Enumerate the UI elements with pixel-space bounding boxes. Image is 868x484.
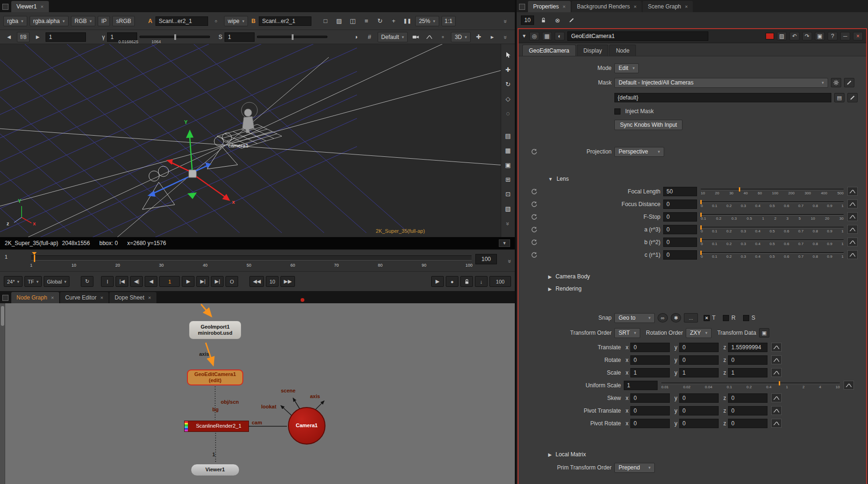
curve-button[interactable]: [771, 393, 782, 402]
snap-dropdown[interactable]: Geo to▾: [614, 313, 655, 323]
gain-value-field[interactable]: 1: [46, 32, 86, 42]
lock-range-button[interactable]: [460, 276, 473, 287]
mode-dropdown[interactable]: Edit▾: [614, 63, 639, 73]
animation-menu-icon[interactable]: [531, 214, 537, 220]
gizmo-mode-icon[interactable]: ✚: [473, 32, 484, 42]
max-panels-field[interactable]: 10: [521, 15, 534, 25]
viewer-mode-dropdown[interactable]: 3D▾: [451, 32, 471, 42]
gain-next-icon[interactable]: ▶: [32, 32, 43, 42]
format-overlay-icon[interactable]: □: [320, 16, 331, 26]
jump-back-button[interactable]: ◀◀: [249, 276, 264, 287]
loop-mode-button[interactable]: ↻: [81, 276, 93, 287]
center-node-icon[interactable]: ◎: [529, 32, 539, 40]
input-process-button[interactable]: IP: [98, 16, 110, 26]
focus-distance-field[interactable]: 0: [663, 200, 697, 209]
sync-knobs-button[interactable]: Sync Knobs With Input: [614, 120, 682, 130]
tab-background-renders[interactable]: Background Renders×: [572, 1, 642, 12]
in-point-button[interactable]: I: [101, 276, 114, 287]
curve-button[interactable]: [847, 250, 858, 259]
shading-mode-icon[interactable]: ▦: [503, 145, 513, 155]
help-icon[interactable]: ?: [828, 32, 837, 40]
rotate-z-field[interactable]: 0: [728, 355, 767, 365]
animation-menu-icon[interactable]: [531, 239, 537, 246]
3d-scene-canvas[interactable]: [0, 44, 515, 237]
display-mode-icon[interactable]: ▤: [503, 131, 513, 141]
translate-y-field[interactable]: 0: [679, 343, 719, 352]
marquee-icon[interactable]: ▫: [437, 32, 449, 42]
texture-mode-icon[interactable]: ▣: [503, 160, 513, 170]
edit-node-icon[interactable]: [567, 15, 576, 25]
display-channel-dropdown[interactable]: RGB▾: [71, 16, 96, 26]
playhead[interactable]: [34, 255, 35, 262]
frame-increment-field[interactable]: 10: [266, 276, 279, 287]
animation-menu-icon[interactable]: [531, 148, 537, 155]
viewer-3d-viewport[interactable]: Y x Y x z camera1 2K_Super_35(full-ap) ✚…: [0, 44, 515, 237]
undo-icon[interactable]: ↶: [790, 32, 799, 40]
gain-prev-icon[interactable]: ◀: [3, 32, 15, 42]
curve-button[interactable]: [771, 406, 782, 415]
prim-transform-order-dropdown[interactable]: Prepend▾: [614, 463, 655, 473]
more-tools-chevron-icon[interactable]: »: [500, 32, 512, 42]
b-r2-slider[interactable]: 00.10.20.30.40.50.60.70.80.91: [701, 237, 844, 247]
wipe-dropdown[interactable]: wipe▾: [224, 16, 248, 26]
mask-dropdown[interactable]: Default - Injected/All Cameras▾: [614, 78, 828, 88]
animation-menu-icon[interactable]: [531, 226, 537, 233]
curve-button[interactable]: [847, 200, 858, 208]
tab-geoeditcamera[interactable]: GeoEditCamera: [522, 45, 576, 56]
roi-icon[interactable]: +: [388, 16, 399, 26]
bulb-icon[interactable]: ◐: [555, 32, 565, 40]
camera-body-group-header[interactable]: ▶ Camera Body: [519, 270, 866, 283]
info-dropdown-icon[interactable]: ▼: [499, 239, 510, 247]
range-end-field[interactable]: 100: [489, 276, 511, 287]
translate-x-field[interactable]: 0: [630, 343, 670, 352]
pane-grip-icon[interactable]: [2, 4, 8, 10]
stereo-icon[interactable]: ◑: [350, 32, 362, 42]
pivot-translate-y-field[interactable]: 0: [679, 406, 719, 415]
pivot-rotate-z-field[interactable]: 0: [728, 419, 767, 428]
download-frames-button[interactable]: ↓: [475, 276, 488, 287]
lasso-tool-icon[interactable]: ◌: [503, 108, 513, 118]
input-b-field[interactable]: Scanl...er2_1: [259, 16, 311, 26]
lens-group-header[interactable]: ▼ Lens: [519, 173, 866, 185]
saturation-slider[interactable]: [257, 36, 327, 38]
skew-z-field[interactable]: 0: [728, 393, 767, 403]
rotate-tool-icon[interactable]: ↻: [503, 79, 513, 89]
expression-edit-icon[interactable]: [847, 93, 858, 102]
uniform-scale-slider[interactable]: 0.010.020.040.10.20.412410: [661, 380, 840, 391]
mask-expression-field[interactable]: {default}: [614, 93, 831, 102]
close-icon[interactable]: ×: [51, 295, 54, 300]
scale-tool-icon[interactable]: ◇: [503, 93, 513, 104]
curve-button[interactable]: [771, 355, 782, 364]
alpha-dropdown[interactable]: rgba.alpha▾: [30, 16, 69, 26]
close-icon[interactable]: ×: [685, 4, 688, 9]
b-r2-field[interactable]: 0: [663, 238, 697, 247]
goto-end-button[interactable]: ▶|: [211, 276, 224, 287]
collapsed-triangle-icon[interactable]: ▶: [548, 452, 552, 457]
curve-button[interactable]: [847, 187, 858, 196]
saturation-field[interactable]: 1: [225, 32, 255, 42]
tf-dropdown[interactable]: TF▾: [24, 276, 42, 287]
focal-length-field[interactable]: 50: [663, 187, 697, 196]
gizmo-center-handle[interactable]: [189, 170, 196, 177]
pivot-translate-z-field[interactable]: 0: [728, 406, 767, 415]
view-preset-dropdown[interactable]: Default▾: [378, 32, 408, 42]
slider-handle[interactable]: [174, 34, 176, 40]
lock-panels-icon[interactable]: [539, 15, 548, 25]
pane-grip-icon[interactable]: [519, 4, 525, 10]
close-icon[interactable]: ×: [101, 295, 103, 300]
collapsed-triangle-icon[interactable]: ▶: [548, 286, 552, 292]
scale-y-field[interactable]: 1: [679, 368, 719, 377]
rendering-group-header[interactable]: ▶ Rendering: [519, 283, 866, 295]
render-mode-icon[interactable]: ⊡: [503, 189, 513, 199]
collapse-triangle-icon[interactable]: ▼: [522, 33, 527, 38]
node-geoeditcamera1[interactable]: GeoEditCamera1 (edit): [187, 369, 243, 385]
rotate-x-field[interactable]: 0: [630, 355, 670, 365]
scale-z-field[interactable]: 1: [728, 368, 767, 377]
fstop-button[interactable]: f/8: [17, 32, 30, 42]
gamma-slider[interactable]: [140, 36, 210, 38]
guides-grid-icon[interactable]: #: [364, 32, 375, 42]
node-viewer1[interactable]: Viewer1: [191, 464, 240, 476]
curve-button[interactable]: [847, 238, 858, 246]
curve-button[interactable]: [771, 343, 782, 352]
scanline-lines-icon[interactable]: ≡: [361, 16, 372, 26]
